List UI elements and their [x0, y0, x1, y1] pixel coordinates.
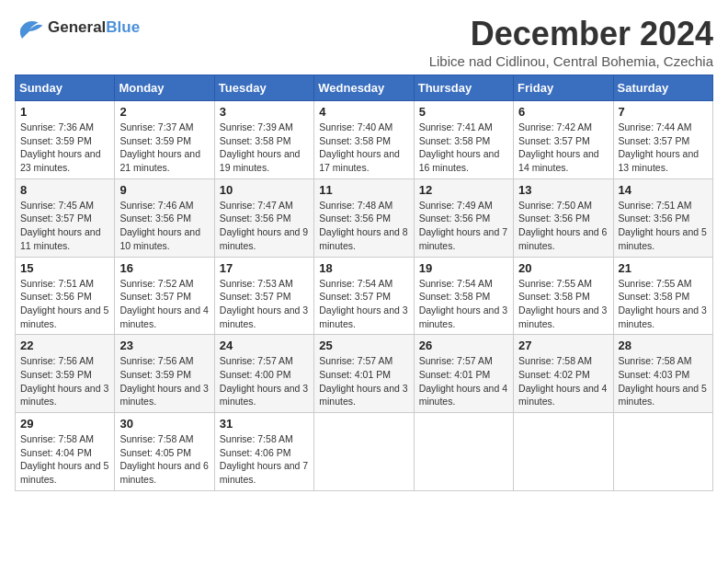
day-18: 18 Sunrise: 7:54 AMSunset: 3:57 PMDaylig… [314, 257, 414, 335]
day-2: 2 Sunrise: 7:37 AMSunset: 3:59 PMDayligh… [115, 101, 214, 179]
title-block: December 2024 Libice nad Cidlinou, Centr… [429, 15, 713, 69]
day-13: 13 Sunrise: 7:50 AMSunset: 3:56 PMDaylig… [514, 178, 613, 257]
day-23: 23 Sunrise: 7:56 AMSunset: 3:59 PMDaylig… [115, 335, 214, 413]
day-14: 14 Sunrise: 7:51 AMSunset: 3:56 PMDaylig… [613, 178, 712, 257]
day-16: 16 Sunrise: 7:52 AMSunset: 3:57 PMDaylig… [115, 257, 214, 335]
day-31: 31 Sunrise: 7:58 AMSunset: 4:06 PMDaylig… [214, 413, 313, 491]
logo-text: GeneralBlue [48, 18, 140, 37]
day-17: 17 Sunrise: 7:53 AMSunset: 3:57 PMDaylig… [214, 257, 313, 335]
day-7: 7 Sunrise: 7:44 AMSunset: 3:57 PMDayligh… [613, 101, 712, 179]
day-26: 26 Sunrise: 7:57 AMSunset: 4:01 PMDaylig… [414, 335, 513, 413]
day-10: 10 Sunrise: 7:47 AMSunset: 3:56 PMDaylig… [214, 178, 313, 257]
header-friday: Friday [514, 75, 613, 101]
empty-cell-3 [514, 413, 613, 491]
calendar-week-5: 29 Sunrise: 7:58 AMSunset: 4:04 PMDaylig… [16, 413, 713, 491]
day-24: 24 Sunrise: 7:57 AMSunset: 4:00 PMDaylig… [214, 335, 313, 413]
calendar-week-1: 1 Sunrise: 7:36 AMSunset: 3:59 PMDayligh… [16, 101, 713, 179]
header-saturday: Saturday [613, 75, 712, 101]
empty-cell-2 [414, 413, 513, 491]
day-27: 27 Sunrise: 7:58 AMSunset: 4:02 PMDaylig… [514, 335, 613, 413]
location-subtitle: Libice nad Cidlinou, Central Bohemia, Cz… [429, 53, 713, 69]
day-21: 21 Sunrise: 7:55 AMSunset: 3:58 PMDaylig… [613, 257, 712, 335]
header-tuesday: Tuesday [214, 75, 313, 101]
day-15: 15 Sunrise: 7:51 AMSunset: 3:56 PMDaylig… [16, 257, 115, 335]
day-1: 1 Sunrise: 7:36 AMSunset: 3:59 PMDayligh… [16, 101, 115, 179]
calendar-week-4: 22 Sunrise: 7:56 AMSunset: 3:59 PMDaylig… [16, 335, 713, 413]
empty-cell-1 [314, 413, 414, 491]
calendar-week-2: 8 Sunrise: 7:45 AMSunset: 3:57 PMDayligh… [16, 178, 713, 257]
logo-icon [15, 15, 44, 40]
calendar-week-3: 15 Sunrise: 7:51 AMSunset: 3:56 PMDaylig… [16, 257, 713, 335]
day-29: 29 Sunrise: 7:58 AMSunset: 4:04 PMDaylig… [16, 413, 115, 491]
day-3: 3 Sunrise: 7:39 AMSunset: 3:58 PMDayligh… [214, 101, 313, 179]
day-4: 4 Sunrise: 7:40 AMSunset: 3:58 PMDayligh… [314, 101, 414, 179]
calendar-table: Sunday Monday Tuesday Wednesday Thursday… [15, 75, 713, 491]
day-20: 20 Sunrise: 7:55 AMSunset: 3:58 PMDaylig… [514, 257, 613, 335]
header-sunday: Sunday [16, 75, 115, 101]
header-monday: Monday [115, 75, 214, 101]
day-8: 8 Sunrise: 7:45 AMSunset: 3:57 PMDayligh… [16, 178, 115, 257]
day-11: 11 Sunrise: 7:48 AMSunset: 3:56 PMDaylig… [314, 178, 414, 257]
day-25: 25 Sunrise: 7:57 AMSunset: 4:01 PMDaylig… [314, 335, 414, 413]
header-thursday: Thursday [414, 75, 513, 101]
logo: GeneralBlue [15, 15, 140, 40]
day-5: 5 Sunrise: 7:41 AMSunset: 3:58 PMDayligh… [414, 101, 513, 179]
day-6: 6 Sunrise: 7:42 AMSunset: 3:57 PMDayligh… [514, 101, 613, 179]
day-30: 30 Sunrise: 7:58 AMSunset: 4:05 PMDaylig… [115, 413, 214, 491]
empty-cell-4 [613, 413, 712, 491]
page-header: GeneralBlue December 2024 Libice nad Cid… [15, 15, 713, 69]
day-12: 12 Sunrise: 7:49 AMSunset: 3:56 PMDaylig… [414, 178, 513, 257]
header-wednesday: Wednesday [314, 75, 414, 101]
day-19: 19 Sunrise: 7:54 AMSunset: 3:58 PMDaylig… [414, 257, 513, 335]
month-title: December 2024 [429, 15, 713, 53]
day-22: 22 Sunrise: 7:56 AMSunset: 3:59 PMDaylig… [16, 335, 115, 413]
calendar-header-row: Sunday Monday Tuesday Wednesday Thursday… [16, 75, 713, 101]
day-28: 28 Sunrise: 7:58 AMSunset: 4:03 PMDaylig… [613, 335, 712, 413]
day-9: 9 Sunrise: 7:46 AMSunset: 3:56 PMDayligh… [115, 178, 214, 257]
